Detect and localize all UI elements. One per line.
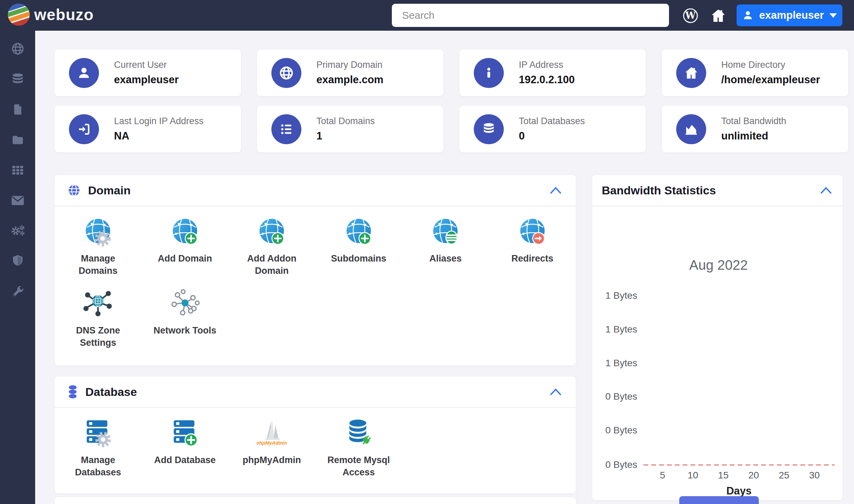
home-button[interactable] (710, 8, 726, 24)
sidebar-item-file-manager[interactable] (10, 133, 25, 146)
tile-add-addon-domain[interactable]: Add Addon Domain (228, 217, 315, 277)
tile-label: Manage Domains (61, 252, 135, 277)
folder-icon (11, 133, 25, 146)
phpmyadmin-logo: phpMyAdmin (257, 418, 287, 448)
brand-name: webuzo (34, 5, 94, 24)
stat-value: 1 (316, 130, 375, 142)
search-input[interactable] (392, 4, 669, 27)
sidebar-nav (0, 31, 35, 504)
tile-aliases[interactable]: Aliases (402, 217, 489, 277)
y-axis-tick-label: 1 Bytes (592, 290, 637, 301)
chevron-down-icon (829, 13, 837, 18)
database-icon (474, 114, 504, 144)
tile-label: Add Database (154, 454, 216, 466)
globe-plus-icon (170, 217, 200, 247)
y-axis-tick-label: 0 Bytes (592, 391, 637, 402)
stat-card-total-domains: Total Domains 1 (257, 106, 443, 152)
user-menu-button[interactable]: exampleuser (737, 4, 842, 26)
globe-stack-icon (430, 217, 460, 247)
stat-card-primary-domain: Primary Domain example.com (257, 49, 443, 96)
tile-label: Remote Mysql Access (322, 454, 395, 479)
collapse-domain-button[interactable] (549, 185, 563, 195)
home-icon (676, 58, 706, 88)
area-chart-icon (676, 114, 706, 144)
gears-icon (10, 224, 25, 238)
tile-network-tools[interactable]: Network Tools (142, 289, 229, 349)
stat-value: /home/exampleuser (721, 74, 820, 86)
sidebar-item-tools[interactable] (10, 285, 25, 298)
chevron-up-icon (550, 388, 561, 396)
database-plug-icon (344, 418, 374, 448)
tile-label: phpMyAdmin (243, 454, 301, 466)
stats-grid: Current User exampleuser Primary Domain … (55, 49, 848, 152)
tile-manage-databases[interactable]: Manage Databases (55, 418, 142, 479)
stat-card-last-login-ip: Last Login IP Address NA (55, 106, 241, 152)
panel-title: Bandwidth Statistics (602, 184, 716, 197)
chevron-up-icon (550, 187, 561, 194)
globe-plus-icon (257, 217, 287, 247)
sidebar-item-security[interactable] (10, 255, 25, 268)
stat-card-total-bandwidth: Total Bandwidth unlimited (662, 106, 848, 152)
globe-plus-icon (344, 217, 374, 247)
database-panel: Database Manage Databas (55, 376, 576, 493)
x-axis-tick-label: 10 (683, 470, 703, 481)
bandwidth-panel: Bandwidth Statistics Aug 2022 1 Bytes 1 … (592, 175, 843, 500)
database-panel-header: Database (55, 376, 576, 408)
domain-panel-header: Domain (55, 175, 576, 206)
x-axis-tick-label: 20 (743, 470, 764, 481)
tile-manage-domains[interactable]: Manage Domains (55, 217, 142, 277)
tile-label: Subdomains (331, 252, 386, 265)
svg-text:W: W (685, 10, 696, 21)
zero-bandwidth-dashed-line (643, 464, 835, 465)
collapse-database-button[interactable] (549, 387, 563, 397)
list-icon (271, 114, 301, 144)
stat-label: Total Domains (316, 116, 375, 127)
globe-icon (68, 184, 81, 197)
tile-label: DNS Zone Settings (61, 324, 135, 349)
sidebar-item-files[interactable] (10, 103, 25, 116)
bandwidth-chart: Aug 2022 1 Bytes 1 Bytes 1 Bytes 0 Bytes… (592, 206, 843, 500)
user-name: exampleuser (759, 9, 824, 21)
chart-month-title: Aug 2022 (667, 257, 770, 273)
stat-card-total-databases: Total Databases 0 (459, 106, 646, 152)
x-axis-tick-label: 5 (652, 470, 673, 481)
stat-value: NA (114, 130, 203, 142)
prev-month-button[interactable]: Prev Month (679, 496, 759, 504)
sidebar-item-apps[interactable] (10, 164, 25, 177)
tile-add-database[interactable]: Add Database (142, 418, 229, 479)
x-axis-tick-label: 15 (713, 470, 734, 481)
stat-label: Primary Domain (316, 60, 383, 70)
sidebar-item-databases[interactable] (10, 73, 25, 86)
stat-card-ip-address: IP Address 192.0.2.100 (459, 49, 646, 96)
globe-icon (11, 42, 25, 56)
sidebar-item-email[interactable] (10, 194, 25, 207)
server-plus-icon (170, 418, 200, 448)
wordpress-button[interactable]: W (683, 8, 699, 24)
tile-subdomains[interactable]: Subdomains (315, 217, 402, 277)
brand-logo[interactable]: webuzo (7, 3, 94, 27)
stat-label: IP Address (519, 60, 575, 70)
phpmyadmin-logo-text: phpMyAdmin (257, 440, 287, 446)
x-axis-tick-label: 25 (774, 470, 794, 481)
webuzo-sphere-icon (7, 3, 31, 27)
bandwidth-panel-header: Bandwidth Statistics (592, 175, 843, 206)
sidebar-item-settings[interactable] (10, 224, 25, 237)
tile-add-domain[interactable]: Add Domain (142, 217, 229, 277)
apps-grid-icon (11, 164, 25, 177)
x-axis-title: Days (712, 485, 766, 497)
tile-dns-zone-settings[interactable]: DNS Zone Settings (55, 289, 142, 349)
tile-remote-mysql-access[interactable]: Remote Mysql Access (315, 418, 402, 479)
server-gear-icon (83, 418, 113, 448)
user-icon (69, 58, 99, 88)
database-icon (11, 72, 25, 86)
tile-redirects[interactable]: Redirects (489, 217, 576, 277)
tile-label: Add Addon Domain (235, 252, 309, 277)
stat-label: Total Databases (519, 116, 585, 127)
sidebar-item-domains[interactable] (10, 42, 25, 55)
tile-phpmyadmin[interactable]: phpMyAdmin phpMyAdmin (228, 418, 315, 479)
shield-icon (11, 254, 24, 268)
collapse-bandwidth-button[interactable] (819, 185, 833, 195)
panel-title: Domain (88, 184, 131, 197)
stat-value: 192.0.2.100 (519, 74, 575, 86)
globe-arrow-icon (517, 217, 547, 247)
